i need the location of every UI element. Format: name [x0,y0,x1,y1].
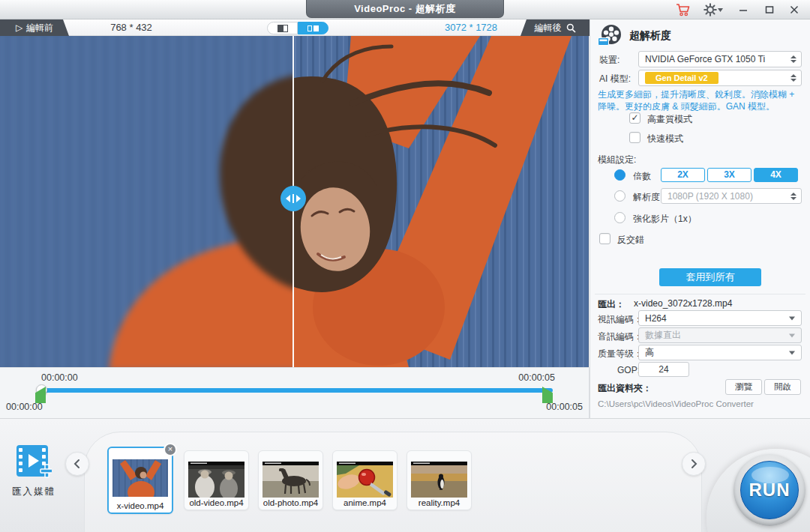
import-media-icon [16,444,52,480]
quality-select[interactable]: 高 [638,345,802,360]
media-item-x-video[interactable]: x-video.mp4 × [107,447,173,514]
scroll-left-button[interactable] [65,452,89,476]
deinterlace-checkbox[interactable] [599,233,610,244]
after-preview-pane [293,36,589,367]
dropdown-arrow-icon [789,351,795,354]
module-settings-label: 模組設定: [598,154,636,166]
check-icon: ✓ [631,112,638,123]
scale-4x-button[interactable]: 4X [754,168,798,182]
export-label: 匯出： [598,298,625,311]
reality-thumbnail [411,462,467,498]
fast-mode-label: 快速模式 [647,133,683,145]
old-photo-thumbnail [262,462,319,498]
audio-codec-select[interactable]: 數據直出 [638,327,802,343]
model-description: 生成更多細節，提升清晰度、銳利度。消除模糊 + 降噪。更好的皮膚 & 頭髮細節。… [598,89,803,112]
scale-radio[interactable] [614,169,626,181]
film-reel-icon [598,24,625,48]
before-frame-image [0,36,293,367]
open-button[interactable]: 開啟 [764,379,801,395]
old-video-thumbnail [188,462,244,498]
media-item-name: anime.mp4 [333,498,397,507]
scale-label: 倍數 [633,170,651,183]
title-bar: VideoProc - 超解析度 [0,0,810,19]
gop-input[interactable]: 24 [638,362,689,377]
slider-bar-icon [292,194,294,203]
divider [595,294,806,294]
audio-codec-value: 數據直出 [645,329,681,342]
device-select[interactable]: NVIDIA GeForce GTX 1050 Ti [638,51,802,67]
clip-end-time: 00:00:05 [523,402,583,412]
device-label: 裝置: [599,54,620,67]
gop-label: GOP: [617,365,640,375]
gear-caret-icon [718,8,723,12]
audio-codec-label: 音訊編碼： [598,330,643,343]
before-edit-tab[interactable]: ▷ 編輯前 [0,19,69,36]
super-resolution-panel: 超解析度 裝置: NVIDIA GeForce GTX 1050 Ti AI 模… [590,19,810,418]
quality-label: 质量等级： [598,348,643,360]
minimize-icon [738,4,748,15]
magnifier-icon [566,23,576,33]
maximize-icon [764,4,775,15]
spinner-arrows-icon [790,74,796,82]
ai-model-badge: Gen Detail v2 [645,72,718,84]
media-item-old-video[interactable]: old-video.mp4 [184,450,249,510]
ai-model-select[interactable]: Gen Detail v2 [638,70,802,86]
video-codec-label: 視訊編碼： [598,313,643,326]
trim-timeline: 00:00:00 00:00:05 00:00:00 00:00:05 [0,367,590,418]
run-button-face: RUN [740,461,799,519]
timeline-track[interactable] [41,388,553,393]
run-label: RUN [749,480,790,501]
view-mode-toggle [267,22,328,34]
media-bar: 匯入媒體 [0,418,810,532]
resolution-radio[interactable] [614,190,626,202]
dropdown-arrow-icon [789,333,795,337]
settings-button[interactable] [704,2,723,17]
minimize-button[interactable] [734,2,753,17]
split-view-icon [308,25,319,31]
after-edit-tab[interactable]: 編輯後 [520,19,590,36]
x-video-thumbnail [112,459,168,497]
media-item-name: old-photo.mp4 [259,498,322,507]
scale-2x-button[interactable]: 2X [661,168,705,182]
close-button[interactable] [784,2,804,17]
single-view-button[interactable] [267,22,298,34]
video-preview [0,36,589,367]
import-media-button[interactable]: 匯入媒體 [6,444,62,498]
scale-3x-button[interactable]: 3X [707,168,752,182]
fast-mode-checkbox[interactable] [629,132,640,143]
spinner-arrows-icon [790,193,796,200]
hq-mode-label: 高畫質模式 [647,113,692,126]
close-icon [789,4,800,15]
compare-slider-handle[interactable] [280,186,306,211]
browse-button[interactable]: 瀏覽 [725,379,762,395]
before-edit-label: 編輯前 [26,22,53,34]
media-item-name: x-video.mp4 [109,501,172,510]
media-item-old-photo[interactable]: old-photo.mp4 [258,450,323,510]
split-view-button[interactable] [298,22,328,34]
resolution-select[interactable]: 1080P (1920 X 1080) [661,188,802,204]
cart-button[interactable] [674,2,693,17]
media-item-anime[interactable]: anime.mp4 [332,450,398,510]
media-item-reality[interactable]: reality.mp4 [406,450,472,510]
apply-to-all-button[interactable]: 套用到所有 [659,268,761,286]
clip-start-time: 00:00:00 [6,402,43,412]
enhance-label: 強化影片（1x） [633,213,697,226]
window-title-text: VideoProc - 超解析度 [354,2,456,16]
import-media-label: 匯入媒體 [6,486,62,498]
hq-mode-checkbox[interactable]: ✓ [629,112,640,124]
slider-arrow-left-icon [286,195,290,202]
gear-icon [704,3,717,16]
deinterlace-label: 反交錯 [617,234,644,247]
spinner-arrows-icon [790,55,796,63]
slider-arrow-right-icon [296,195,301,202]
maximize-button[interactable] [760,2,779,17]
remove-media-button[interactable]: × [164,443,177,456]
quality-value: 高 [645,346,654,359]
before-resolution: 768 * 432 [82,19,180,36]
video-codec-select[interactable]: H264 [638,310,802,326]
device-value: NVIDIA GeForce GTX 1050 Ti [645,54,765,64]
run-button[interactable]: RUN [734,454,806,526]
scroll-right-button[interactable] [682,452,706,476]
enhance-radio[interactable] [614,212,626,223]
output-folder-path: C:\Users\pc\Videos\VideoProc Converter [598,399,754,408]
